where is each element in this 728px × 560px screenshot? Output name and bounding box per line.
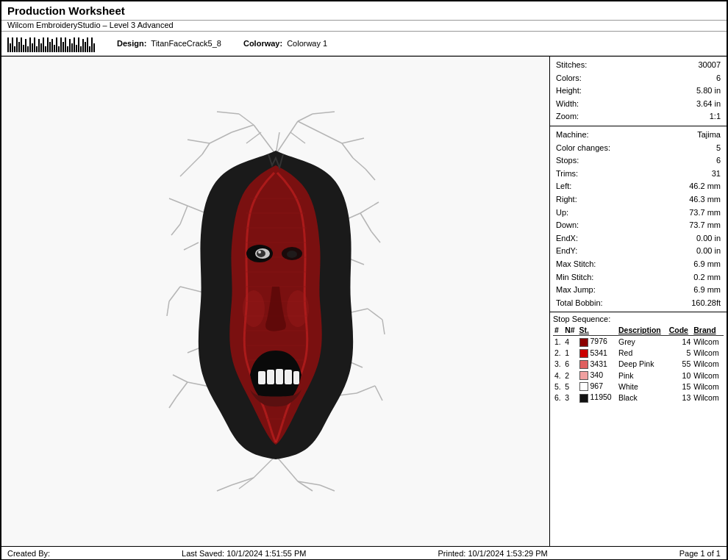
cell-brand: Wilcom [692, 348, 724, 359]
colors-label: Colors: [556, 72, 615, 85]
svg-line-9 [202, 143, 210, 154]
height-value: 5.80 in [696, 85, 721, 98]
svg-line-8 [188, 140, 210, 143]
svg-point-73 [258, 251, 261, 254]
svg-line-48 [184, 243, 199, 250]
cell-brand: Wilcom [692, 392, 724, 403]
endx-label: EndX: [556, 232, 615, 245]
stop-sequence-title: Stop Sequence: [553, 315, 724, 323]
svg-rect-79 [285, 370, 292, 384]
max-jump-row: Max Jump: 6.9 mm [556, 284, 721, 297]
cell-stop: 6. [553, 392, 563, 403]
svg-line-47 [365, 169, 375, 180]
zoom-row: Zoom: 1:1 [556, 110, 721, 123]
svg-point-75 [287, 251, 297, 258]
table-row: 6. 3 11950 Black 13 Wilcom [553, 392, 724, 403]
cell-swatch: 967 [578, 381, 617, 392]
colorway-label: Colorway: [243, 39, 282, 48]
stops-row: Stops: 6 [556, 154, 721, 168]
machine-row: Machine: Tajima [556, 129, 721, 142]
svg-point-72 [257, 250, 265, 257]
printed-label: Printed: [438, 549, 465, 558]
cell-swatch: 5341 [578, 348, 617, 359]
svg-line-0 [254, 125, 276, 154]
max-jump-value: 6.9 mm [693, 284, 721, 297]
left-row: Left: 46.2 mm [556, 180, 721, 193]
col-st: St. [578, 325, 617, 336]
up-row: Up: 73.7 mm [556, 207, 721, 220]
svg-line-4 [298, 114, 313, 121]
footer-bar: Created By: Last Saved: 10/1/2024 1:51:5… [1, 546, 727, 560]
svg-line-19 [173, 375, 188, 382]
table-row: 5. 5 967 White 15 Wilcom [553, 381, 724, 392]
cell-desc: Grey [617, 336, 668, 348]
cell-stop: 4. [553, 370, 563, 381]
height-label: Height: [556, 85, 615, 98]
created-by: Created By: [7, 549, 50, 558]
svg-line-35 [313, 112, 335, 114]
stop-sequence-table: # N# St. Description Code Brand 1. 4 797… [553, 325, 724, 403]
color-changes-value: 5 [716, 142, 721, 155]
svg-line-31 [276, 456, 298, 481]
svg-line-44 [217, 485, 232, 491]
svg-line-38 [171, 224, 180, 235]
cell-desc: Black [617, 392, 668, 403]
stitches-row: Stitches: 30007 [556, 59, 721, 72]
cell-swatch: 11950 [578, 392, 617, 403]
total-bobbin-label: Total Bobbin: [556, 297, 615, 310]
cell-swatch: 7976 [578, 336, 617, 348]
page-title: Production Worksheet [7, 4, 125, 17]
total-bobbin-row: Total Bobbin: 160.28ft [556, 297, 721, 310]
height-row: Height: 5.80 in [556, 85, 721, 98]
cell-stop: 5. [553, 381, 563, 392]
cell-swatch: 340 [578, 370, 617, 381]
left-label: Left: [556, 180, 615, 193]
svg-line-29 [239, 478, 254, 489]
colors-value: 6 [716, 72, 721, 85]
endy-label: EndY: [556, 245, 615, 258]
color-changes-label: Color changes: [556, 142, 615, 155]
up-value: 73.7 mm [689, 207, 721, 220]
stop-sequence-section: Stop Sequence: # N# St. Description Code… [550, 312, 727, 546]
cell-n: 2 [563, 370, 577, 381]
svg-line-30 [232, 478, 254, 485]
stops-label: Stops: [556, 154, 615, 168]
stops-value: 6 [716, 154, 721, 168]
svg-line-37 [353, 158, 365, 169]
svg-point-82 [287, 290, 309, 327]
cell-brand: Wilcom [692, 336, 724, 348]
cell-desc: Deep Pink [617, 359, 668, 370]
col-desc: Description [617, 325, 668, 336]
table-row: 4. 2 340 Pink 10 Wilcom [553, 370, 724, 381]
colors-row: Colors: 6 [556, 72, 721, 85]
printed: Printed: 10/1/2024 1:53:29 PM [438, 549, 547, 558]
cell-swatch: 3431 [578, 359, 617, 370]
cell-code: 15 [668, 381, 693, 392]
col-brand: Brand [692, 325, 724, 336]
up-label: Up: [556, 207, 615, 220]
subtitle-text: Wilcom EmbroideryStudio – Level 3 Advanc… [7, 21, 174, 29]
down-row: Down: 73.7 mm [556, 219, 721, 232]
right-row: Right: 46.3 mm [556, 193, 721, 207]
design-colorway: Design: TitanFaceCrack5_8 Colorway: Colo… [117, 39, 327, 48]
left-value: 46.2 mm [689, 180, 721, 193]
svg-rect-80 [293, 371, 299, 384]
svg-line-40 [169, 397, 176, 408]
cell-stop: 1. [553, 336, 563, 348]
svg-rect-77 [267, 370, 274, 384]
table-row: 2. 1 5341 Red 5 Wilcom [553, 348, 724, 359]
cell-brand: Wilcom [692, 359, 724, 370]
last-saved-value: 10/1/2024 1:51:55 PM [226, 549, 306, 558]
svg-point-81 [243, 290, 265, 327]
table-header-row: # N# St. Description Code Brand [553, 325, 724, 336]
svg-rect-76 [258, 371, 265, 384]
page-number: Page 1 of 1 [679, 549, 721, 558]
svg-line-2 [232, 125, 254, 132]
svg-rect-78 [276, 369, 283, 384]
cell-n: 1 [563, 348, 577, 359]
cell-desc: Red [617, 348, 668, 359]
top-stats-section: Stitches: 30007 Colors: 6 Height: 5.80 i… [550, 57, 727, 126]
col-stop: # [553, 325, 563, 336]
barcode [7, 35, 95, 52]
svg-line-10 [320, 132, 342, 143]
